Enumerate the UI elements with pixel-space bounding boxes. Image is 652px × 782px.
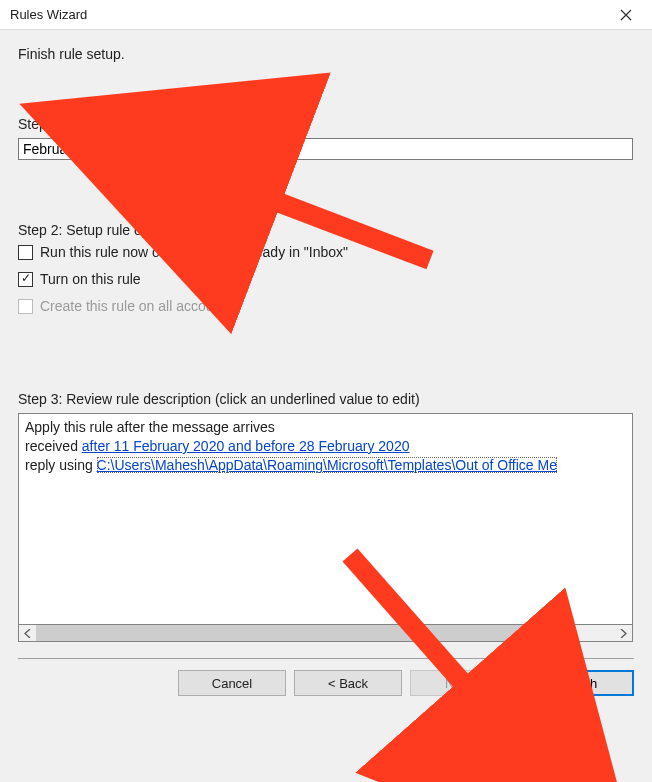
horizontal-scrollbar[interactable] <box>18 625 633 642</box>
close-icon[interactable] <box>606 1 646 29</box>
scrollbar-track[interactable] <box>36 625 615 641</box>
next-button: Next > <box>410 670 518 696</box>
scroll-right-icon[interactable] <box>615 625 632 641</box>
all-accounts-row: Create this rule on all accounts <box>18 298 634 314</box>
turn-on-label: Turn on this rule <box>40 271 141 287</box>
finish-button[interactable]: Finish <box>526 670 634 696</box>
run-now-row[interactable]: Run this rule now on messages already in… <box>18 244 634 260</box>
desc-line-2: received after 11 February 2020 and befo… <box>25 437 626 456</box>
step1-label: Step 1: Specify a name for this rule <box>18 116 634 132</box>
run-now-label: Run this rule now on messages already in… <box>40 244 348 260</box>
step2-label: Step 2: Setup rule options <box>18 222 634 238</box>
button-bar: Cancel < Back Next > Finish <box>0 659 652 696</box>
desc-line-3: reply using C:\Users\Mahesh\AppData\Roam… <box>25 456 626 475</box>
back-button[interactable]: < Back <box>294 670 402 696</box>
titlebar: Rules Wizard <box>0 0 652 30</box>
window-title: Rules Wizard <box>10 7 606 22</box>
scrollbar-thumb[interactable] <box>36 625 569 641</box>
turn-on-row[interactable]: Turn on this rule <box>18 271 634 287</box>
scroll-left-icon[interactable] <box>19 625 36 641</box>
all-accounts-label: Create this rule on all accounts <box>40 298 232 314</box>
step3-label: Step 3: Review rule description (click a… <box>18 391 634 407</box>
checkbox-icon[interactable] <box>18 272 33 287</box>
desc-line-1: Apply this rule after the message arrive… <box>25 418 626 437</box>
cancel-button[interactable]: Cancel <box>178 670 286 696</box>
checkbox-icon <box>18 299 33 314</box>
rule-description-box: Apply this rule after the message arrive… <box>18 413 633 625</box>
finish-rule-setup-label: Finish rule setup. <box>18 46 634 62</box>
date-range-link[interactable]: after 11 February 2020 and before 28 Feb… <box>82 438 410 454</box>
checkbox-icon[interactable] <box>18 245 33 260</box>
template-path-link[interactable]: C:\Users\Mahesh\AppData\Roaming\Microsof… <box>97 457 557 473</box>
rule-name-input[interactable] <box>18 138 633 160</box>
